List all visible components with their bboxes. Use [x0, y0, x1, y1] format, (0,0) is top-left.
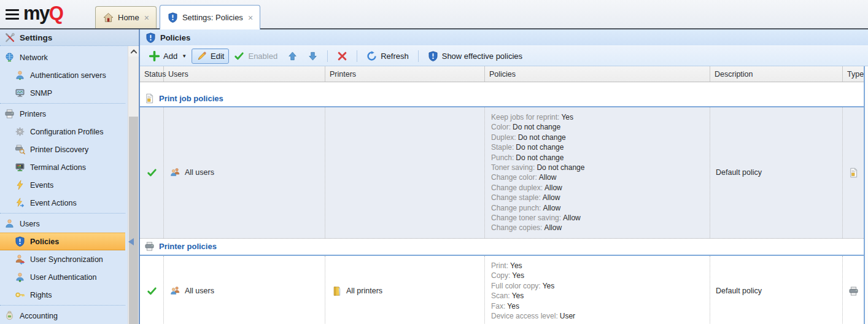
table-header: Status Users Printers Policies Descripti… [140, 66, 864, 82]
scrollbar-up-button[interactable] [128, 46, 139, 56]
status-cell [140, 107, 164, 238]
sidebar-items: Network Authentication servers SNMP Pr [0, 46, 125, 324]
print-job-policy-icon [848, 168, 859, 178]
arrow-down-icon [308, 51, 318, 61]
sidebar-item-accounting[interactable]: Accounting [0, 307, 125, 324]
sidebar-item-user-authentication[interactable]: User Authentication [0, 268, 125, 286]
sidebar-group-divider [0, 103, 125, 104]
user-auth-icon [15, 272, 25, 282]
sidebar-item-configuration-profiles[interactable]: Configuration Profiles [0, 123, 125, 141]
add-button[interactable]: Add ▼ [144, 48, 192, 64]
delete-x-icon [337, 51, 347, 61]
refresh-icon [366, 51, 377, 61]
users-value: All users [185, 287, 214, 295]
check-icon [234, 51, 244, 61]
shield-icon [428, 51, 438, 61]
menu-hamburger-icon[interactable] [6, 9, 19, 20]
print-job-policy-icon [144, 93, 155, 104]
sidebar-item-printer-discovery[interactable]: Printer Discovery [0, 141, 125, 158]
sidebar-item-label: Configuration Profiles [30, 128, 104, 136]
show-effective-policies-button[interactable]: Show effective policies [423, 48, 527, 64]
shield-icon [168, 12, 178, 23]
users-cell: All users [164, 256, 325, 324]
toolbar-divider [327, 50, 328, 62]
description-value: Default policy [716, 168, 762, 177]
column-header-users[interactable]: Users [164, 66, 325, 82]
scrollbar-thumb[interactable] [129, 117, 138, 324]
column-header-type[interactable]: Type [843, 66, 864, 82]
policies-cell: Keep jobs for reprint:Yes Color:Do not c… [485, 107, 710, 238]
shield-icon [145, 33, 156, 43]
section-header-label: Print job policies [159, 94, 223, 103]
sidebar-item-label: Events [30, 181, 53, 190]
home-icon [103, 12, 114, 23]
sidebar-scrollbar[interactable] [128, 46, 139, 324]
pencil-icon [196, 51, 207, 61]
chevron-up-icon [130, 47, 138, 56]
status-cell [140, 256, 164, 324]
sidebar-group-divider [0, 305, 125, 306]
sidebar-item-network[interactable]: Network [0, 48, 125, 66]
sidebar-item-rights[interactable]: Rights [0, 286, 125, 304]
tab-settings-policies[interactable]: Settings: Policies × [160, 5, 260, 29]
key-icon [15, 290, 25, 300]
enabled-check-icon [147, 168, 157, 178]
selected-item-arrow-icon [128, 238, 134, 245]
sidebar-item-snmp[interactable]: SNMP [0, 84, 125, 102]
close-icon[interactable]: × [247, 14, 254, 22]
tab-strip: Home × Settings: Policies × [95, 0, 263, 28]
column-header-description[interactable]: Description [710, 66, 843, 82]
refresh-button[interactable]: Refresh [362, 48, 414, 64]
column-header-printers[interactable]: Printers [325, 66, 485, 82]
chevron-down-icon: ▼ [182, 53, 187, 59]
sidebar-item-label: User Synchronization [30, 255, 103, 264]
user-icon [15, 70, 25, 80]
table-row-print-job-default-policy[interactable]: All users Keep jobs for reprint:Yes Colo… [140, 106, 864, 239]
column-header-status[interactable]: Status [140, 66, 164, 82]
sidebar-item-users[interactable]: Users [0, 215, 125, 233]
sidebar-item-authentication-servers[interactable]: Authentication servers [0, 66, 125, 84]
printers-value: All printers [346, 287, 382, 295]
shield-icon [15, 236, 25, 247]
lightning-icon [15, 180, 25, 190]
printers-cell [325, 107, 485, 238]
sidebar-item-event-actions[interactable]: Event Actions [0, 194, 125, 212]
sidebar-group-divider [0, 213, 125, 214]
sidebar-item-label: Authentication servers [30, 71, 106, 80]
content: Settings Network Authentication servers … [0, 28, 868, 324]
users-value: All users [185, 168, 214, 177]
sidebar-item-events[interactable]: Events [0, 176, 125, 194]
terminal-icon [15, 162, 25, 172]
sidebar-item-label: Accounting [20, 312, 58, 320]
type-cell [843, 256, 864, 324]
policies-table: Status Users Printers Policies Descripti… [140, 66, 868, 324]
table-row-printer-default-policy[interactable]: All users All printers Print:Yes Copy:Ye… [140, 255, 864, 324]
column-header-policies[interactable]: Policies [485, 66, 710, 82]
toolbar: Add ▼ Edit Enabled [140, 46, 868, 66]
move-down-button[interactable] [303, 48, 323, 64]
user-sync-icon [15, 254, 25, 264]
move-up-button[interactable] [282, 48, 303, 64]
sidebar-item-label: SNMP [30, 89, 52, 98]
page-title-bar: Policies [140, 29, 868, 46]
tab-home[interactable]: Home × [95, 6, 157, 28]
edit-button[interactable]: Edit [192, 48, 229, 64]
main-panel: Policies Add ▼ Edit Enabled [140, 29, 868, 324]
sidebar-item-policies[interactable]: Policies [0, 233, 125, 250]
sidebar-item-user-synchronization[interactable]: User Synchronization [0, 250, 125, 268]
monitor-icon [15, 88, 25, 98]
sidebar-item-printers[interactable]: Printers [0, 105, 125, 123]
enabled-button[interactable]: Enabled [229, 48, 282, 64]
section-header-print-job-policies: Print job policies [140, 90, 864, 106]
arrow-up-icon [287, 51, 298, 61]
tab-home-label: Home [118, 13, 139, 22]
close-icon[interactable]: × [144, 14, 150, 22]
table-scrollbar-track[interactable] [864, 66, 868, 324]
delete-button[interactable] [332, 48, 352, 64]
sidebar-item-terminal-actions[interactable]: Terminal Actions [0, 158, 125, 176]
sidebar-item-label: Event Actions [30, 199, 77, 207]
type-cell [843, 107, 864, 238]
sidebar-item-label: Policies [30, 237, 59, 246]
sidebar-item-label: Rights [30, 291, 52, 299]
enabled-check-icon [147, 286, 157, 296]
